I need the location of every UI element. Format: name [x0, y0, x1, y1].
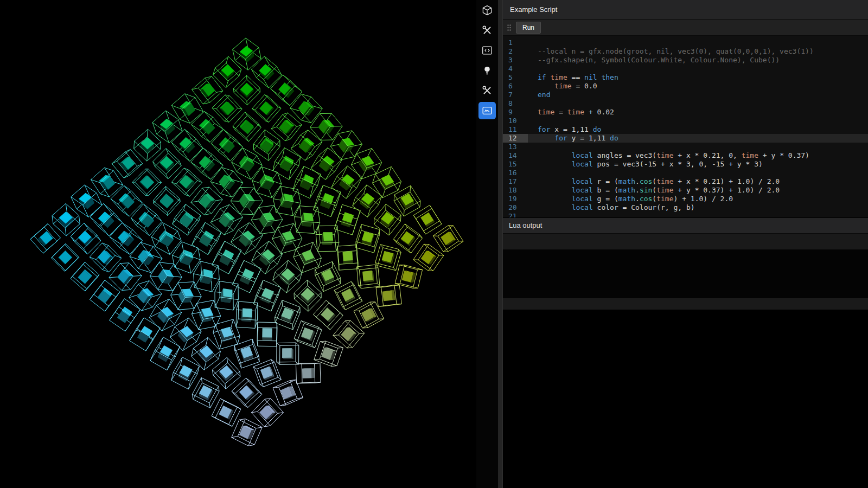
line-number: 7 [503, 91, 528, 99]
toolbar-item-tools-2[interactable] [478, 82, 496, 99]
code-line[interactable]: 14 local angles = vec3(time + x * 0.21, … [503, 151, 868, 160]
code-line[interactable]: 4 [503, 65, 868, 73]
code-line[interactable]: 13 [503, 143, 868, 151]
line-number: 9 [503, 108, 528, 117]
toolbar-item-light[interactable] [478, 62, 496, 79]
code-line[interactable]: 10 [503, 117, 868, 125]
line-number: 1 [503, 38, 528, 47]
line-source: --gfx.shape(n, Symbol(Colour.White, Colo… [528, 56, 780, 65]
line-source: end [528, 91, 550, 99]
line-source: local b = (math.sin(time + y * 0.37) + 1… [528, 186, 780, 195]
code-line[interactable]: 19 local g = (math.cos(time) + 1.0) / 2.… [503, 195, 868, 203]
line-source [528, 65, 538, 73]
run-button[interactable]: Run [516, 22, 541, 34]
line-number: 12 [503, 134, 528, 143]
line-source [528, 99, 538, 108]
code-line[interactable]: 11for x = 1,11 do [503, 125, 868, 134]
tools-icon [481, 24, 493, 36]
code-area[interactable]: 12--local n = gfx.node(groot, nil, vec3(… [503, 36, 868, 217]
editor-title: Example Script [510, 5, 557, 14]
line-number: 18 [503, 186, 528, 195]
line-number: 19 [503, 195, 528, 203]
line-number: 3 [503, 56, 528, 65]
lightbulb-icon [481, 65, 493, 76]
line-source: local color = Colour(r, g, b) [528, 203, 695, 212]
code-line[interactable]: 2--local n = gfx.node(groot, nil, vec3(0… [503, 47, 868, 56]
line-source [528, 38, 538, 47]
lua-output-header: Lua output [503, 217, 868, 234]
output-bottom-gap [503, 310, 868, 488]
toolbar-item-code[interactable] [478, 42, 496, 59]
editor-header: Example Script [503, 0, 868, 20]
code-line[interactable]: 9time = time + 0.02 [503, 108, 868, 117]
grip-icon[interactable] [507, 24, 512, 31]
line-source: local angles = vec3(time + x * 0.21, 0, … [528, 151, 809, 160]
line-source: time = time + 0.02 [528, 108, 614, 117]
code-window-icon [481, 44, 493, 56]
code-line[interactable]: 3--gfx.shape(n, Symbol(Colour.White, Col… [503, 56, 868, 65]
output-footer-row [503, 298, 868, 310]
line-number: 4 [503, 65, 528, 73]
script-editor-panel: Example Script Run 12--local n = gfx.nod… [502, 0, 868, 488]
line-number: 15 [503, 160, 528, 169]
toolbar [476, 0, 498, 488]
tools-2-icon [481, 85, 493, 97]
line-number: 5 [503, 73, 528, 82]
line-source: local r = (math.cos(time + x * 0.21) + 1… [528, 177, 780, 186]
code-line[interactable]: 17 local r = (math.cos(time + x * 0.21) … [503, 177, 868, 186]
code-line[interactable]: 5if time == nil then [503, 73, 868, 82]
code-line[interactable]: 21 [503, 212, 868, 217]
line-number: 20 [503, 203, 528, 212]
output-console[interactable] [503, 250, 868, 298]
scene-viewport [0, 0, 476, 488]
line-number: 6 [503, 82, 528, 91]
line-source: if time == nil then [528, 73, 618, 82]
script-panel-icon [481, 105, 493, 117]
code-line[interactable]: 20 local color = Colour(r, g, b) [503, 203, 868, 212]
line-number: 10 [503, 117, 528, 125]
line-number: 21 [503, 212, 528, 217]
lua-output-title: Lua output [509, 221, 542, 229]
panel-divider[interactable] [498, 0, 502, 488]
line-number: 11 [503, 125, 528, 134]
code-line[interactable]: 6 time = 0.0 [503, 82, 868, 91]
line-source: for x = 1,11 do [528, 125, 601, 134]
line-number: 13 [503, 143, 528, 151]
line-number: 14 [503, 151, 528, 160]
code-line[interactable]: 12 for y = 1,11 do [503, 134, 868, 143]
code-line[interactable]: 18 local b = (math.sin(time + y * 0.37) … [503, 186, 868, 195]
toolbar-item-cube[interactable] [478, 2, 496, 19]
line-source: local pos = vec3(-15 + x * 3, 0, -15 + y… [528, 160, 763, 169]
code-line[interactable]: 8 [503, 99, 868, 108]
output-row [503, 234, 868, 250]
line-number: 2 [503, 47, 528, 56]
line-number: 16 [503, 169, 528, 177]
toolbar-item-tools[interactable] [478, 22, 496, 39]
cube-icon [481, 4, 493, 16]
line-number: 17 [503, 177, 528, 186]
code-line[interactable]: 7end [503, 91, 868, 99]
code-line[interactable]: 1 [503, 38, 868, 47]
code-line[interactable]: 15 local pos = vec3(-15 + x * 3, 0, -15 … [503, 160, 868, 169]
line-source: for y = 1,11 do [528, 134, 618, 143]
line-source [528, 117, 538, 125]
line-source [528, 143, 538, 151]
line-source [528, 212, 538, 217]
code-line[interactable]: 16 [503, 169, 868, 177]
line-source: --local n = gfx.node(groot, nil, vec3(0)… [528, 47, 814, 56]
line-number: 8 [503, 99, 528, 108]
viewport-canvas[interactable] [0, 0, 476, 488]
editor-run-row: Run [503, 20, 868, 36]
code-lines: 12--local n = gfx.node(groot, nil, vec3(… [503, 38, 868, 217]
line-source: local g = (math.cos(time) + 1.0) / 2.0 [528, 195, 733, 203]
app-root: Example Script Run 12--local n = gfx.nod… [0, 0, 868, 488]
toolbar-item-script-panel[interactable] [478, 102, 496, 119]
line-source [528, 169, 538, 177]
line-source: time = 0.0 [528, 82, 597, 91]
